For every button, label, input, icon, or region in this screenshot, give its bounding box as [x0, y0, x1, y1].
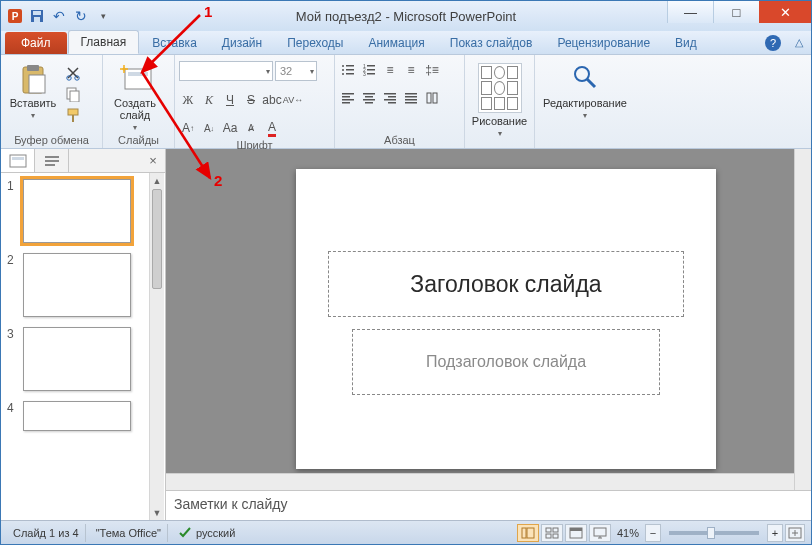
- fit-window-button[interactable]: [785, 524, 805, 542]
- align-center-button[interactable]: [360, 89, 378, 107]
- svg-point-21: [342, 73, 344, 75]
- align-right-button[interactable]: [381, 89, 399, 107]
- italic-button[interactable]: К: [200, 91, 218, 109]
- tab-view[interactable]: Вид: [663, 32, 709, 54]
- svg-rect-58: [546, 534, 551, 538]
- increase-indent-button[interactable]: ≡: [402, 61, 420, 79]
- subtitle-placeholder[interactable]: Подзаголовок слайда: [352, 329, 660, 395]
- qat-customize-icon[interactable]: ▾: [95, 8, 111, 24]
- tab-home[interactable]: Главная: [68, 30, 140, 54]
- clear-format-button[interactable]: A̷: [242, 119, 260, 137]
- svg-rect-62: [594, 528, 606, 536]
- collapse-ribbon-icon[interactable]: △: [795, 36, 803, 49]
- close-button[interactable]: ✕: [759, 1, 811, 23]
- thumbnail[interactable]: 4: [7, 401, 165, 431]
- notes-pane[interactable]: Заметки к слайду: [166, 490, 811, 520]
- ribbon: Вставить ▾ Буфер обмена Создать слайд ▾: [1, 55, 811, 149]
- svg-rect-40: [388, 102, 396, 104]
- help-icon[interactable]: ?: [765, 35, 781, 51]
- columns-button[interactable]: [423, 89, 441, 107]
- app-icon: P: [7, 8, 23, 24]
- window-buttons: — □ ✕: [667, 1, 811, 31]
- tab-animations[interactable]: Анимация: [356, 32, 436, 54]
- tab-design[interactable]: Дизайн: [210, 32, 274, 54]
- maximize-button[interactable]: □: [713, 1, 759, 23]
- svg-rect-22: [346, 73, 354, 75]
- svg-rect-18: [346, 65, 354, 67]
- svg-rect-44: [405, 102, 417, 104]
- zoom-in-button[interactable]: +: [767, 524, 783, 542]
- font-family-combo[interactable]: ▾: [179, 61, 273, 81]
- zoom-slider[interactable]: [669, 531, 759, 535]
- thumbnail[interactable]: 3: [7, 327, 165, 391]
- slide-canvas-area: Заголовок слайда Подзаголовок слайда: [166, 149, 811, 490]
- svg-rect-20: [346, 69, 354, 71]
- undo-icon[interactable]: ↶: [51, 8, 67, 24]
- canvas-scrollbar-h[interactable]: [166, 473, 794, 490]
- group-editing: Редактирование ▾: [535, 55, 635, 148]
- save-icon[interactable]: [29, 8, 45, 24]
- title-placeholder[interactable]: Заголовок слайда: [328, 251, 684, 317]
- bullets-button[interactable]: [339, 61, 357, 79]
- font-size-combo[interactable]: 32▾: [275, 61, 317, 81]
- close-panel-button[interactable]: ×: [141, 149, 165, 172]
- char-spacing-button[interactable]: AV↔: [284, 91, 302, 109]
- chevron-down-icon: ▾: [133, 123, 137, 132]
- thumbnails-tab[interactable]: [1, 149, 35, 172]
- scroll-up-icon[interactable]: ▲: [150, 173, 164, 188]
- redo-icon[interactable]: ↻: [73, 8, 89, 24]
- font-color-button[interactable]: A: [263, 119, 281, 137]
- slideshow-view-button[interactable]: [589, 524, 611, 542]
- svg-rect-7: [29, 75, 45, 93]
- zoom-out-button[interactable]: −: [645, 524, 661, 542]
- new-slide-button[interactable]: Создать слайд ▾: [107, 61, 163, 132]
- slide-panel: × 1 2 3 4 ▲ ▼: [1, 149, 166, 520]
- tab-slideshow[interactable]: Показ слайдов: [438, 32, 545, 54]
- strikethrough-button[interactable]: S: [242, 91, 260, 109]
- normal-view-button[interactable]: [517, 524, 539, 542]
- svg-rect-37: [384, 93, 396, 95]
- group-slides: Создать слайд ▾ Слайды: [103, 55, 175, 148]
- numbering-button[interactable]: 123: [360, 61, 378, 79]
- drawing-button[interactable]: Рисование ▾: [470, 61, 530, 138]
- change-case-button[interactable]: Aa: [221, 119, 239, 137]
- reading-view-button[interactable]: [565, 524, 587, 542]
- thumbnail[interactable]: 2: [7, 253, 165, 317]
- slide[interactable]: Заголовок слайда Подзаголовок слайда: [296, 169, 716, 469]
- status-slide-info: Слайд 1 из 4: [7, 524, 86, 542]
- line-spacing-button[interactable]: ‡≡: [423, 61, 441, 79]
- bold-button[interactable]: Ж: [179, 91, 197, 109]
- tab-insert[interactable]: Вставка: [140, 32, 209, 54]
- paste-button[interactable]: Вставить ▾: [5, 61, 61, 120]
- zoom-slider-knob[interactable]: [707, 527, 715, 539]
- thumbnail[interactable]: 1: [7, 179, 165, 243]
- status-language[interactable]: русский: [172, 524, 241, 542]
- justify-button[interactable]: [402, 89, 420, 107]
- new-slide-icon: [119, 63, 151, 95]
- align-left-button[interactable]: [339, 89, 357, 107]
- copy-icon[interactable]: [65, 86, 81, 102]
- shrink-font-button[interactable]: A↓: [200, 119, 218, 137]
- zoom-level[interactable]: 41%: [613, 527, 643, 539]
- decrease-indent-button[interactable]: ≡: [381, 61, 399, 79]
- editing-button[interactable]: Редактирование ▾: [540, 61, 630, 120]
- grow-font-button[interactable]: A↑: [179, 119, 197, 137]
- thumbnails-scrollbar[interactable]: ▲ ▼: [149, 173, 164, 520]
- underline-button[interactable]: Ч: [221, 91, 239, 109]
- tab-transitions[interactable]: Переходы: [275, 32, 355, 54]
- outline-tab[interactable]: [35, 149, 69, 172]
- shadow-button[interactable]: abc: [263, 91, 281, 109]
- svg-point-16: [123, 68, 126, 71]
- minimize-button[interactable]: —: [667, 1, 713, 23]
- cut-icon[interactable]: [65, 65, 81, 81]
- group-paragraph: 123 ≡ ≡ ‡≡ Абзац: [335, 55, 465, 148]
- scroll-down-icon[interactable]: ▼: [150, 505, 164, 520]
- canvas-scrollbar-v[interactable]: [794, 149, 811, 490]
- svg-rect-46: [433, 93, 437, 103]
- tab-review[interactable]: Рецензирование: [545, 32, 662, 54]
- sorter-view-button[interactable]: [541, 524, 563, 542]
- scrollbar-thumb[interactable]: [152, 189, 162, 289]
- group-slides-label: Слайды: [107, 132, 170, 148]
- tab-file[interactable]: Файл: [5, 32, 67, 54]
- format-painter-icon[interactable]: [65, 107, 81, 123]
